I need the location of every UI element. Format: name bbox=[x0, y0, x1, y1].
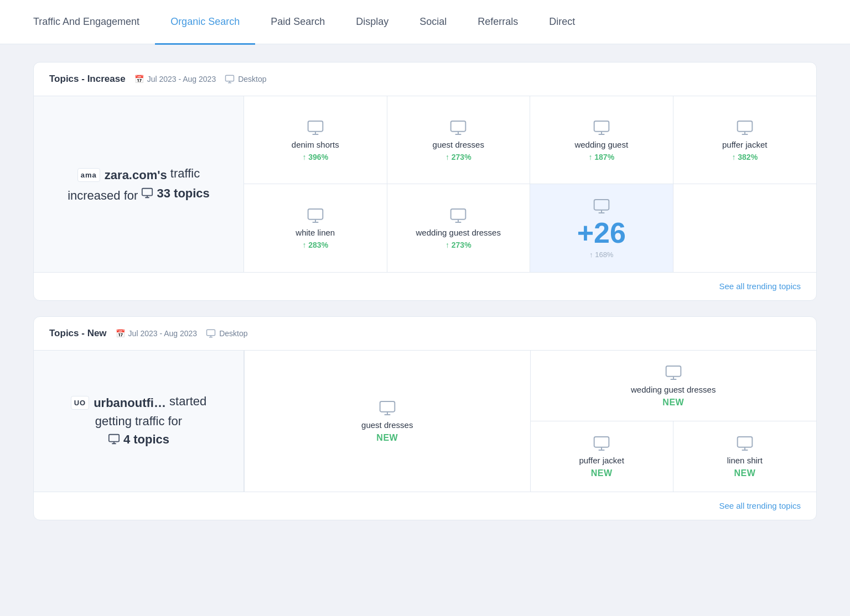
new-topics-right: wedding guest dresses NEW puffer jacket … bbox=[531, 351, 817, 492]
topic-name: guest dresses bbox=[361, 420, 413, 430]
topic-change: NEW bbox=[662, 398, 684, 408]
increase-card-footer: See all trending topics bbox=[34, 272, 816, 300]
svg-rect-5 bbox=[737, 121, 752, 132]
brand-logo-badge: ama bbox=[77, 168, 100, 182]
topic-name: wedding guest dresses bbox=[416, 228, 501, 237]
topics-increase-header: Topics - Increase 📅 Jul 2023 - Aug 2023 … bbox=[34, 62, 816, 96]
topic-cell-puffer-jacket[interactable]: puffer jacket ↑ 382% bbox=[673, 96, 817, 184]
topic-name: puffer jacket bbox=[579, 456, 624, 465]
topics-new-date: 📅 Jul 2023 - Aug 2023 bbox=[116, 329, 198, 338]
brand-statement-2: increased for bbox=[68, 188, 138, 202]
topic-change: NEW bbox=[376, 433, 398, 443]
topics-new-card: Topics - New 📅 Jul 2023 - Aug 2023 Deskt… bbox=[33, 316, 817, 520]
increase-see-all-link[interactable]: See all trending topics bbox=[719, 281, 801, 291]
topic-monitor-icon bbox=[449, 119, 467, 137]
main-content: Topics - Increase 📅 Jul 2023 - Aug 2023 … bbox=[0, 44, 850, 538]
topic-name: puffer jacket bbox=[722, 140, 767, 149]
topic-change: ↑ 396% bbox=[302, 153, 328, 161]
topic-monitor-icon bbox=[593, 197, 610, 215]
increase-left-panel: ama zara.com's traffic increased for 33 … bbox=[34, 96, 244, 272]
new-topics-grid: guest dresses NEW wedding guest dresses … bbox=[244, 351, 816, 492]
topic-count-icon bbox=[108, 433, 120, 445]
topic-change: NEW bbox=[591, 468, 613, 478]
increase-topics-grid: denim shorts ↑ 396% guest dresses ↑ 273%… bbox=[244, 96, 816, 272]
svg-rect-0 bbox=[226, 75, 234, 81]
topic-change: NEW bbox=[734, 468, 755, 478]
topics-increase-card: Topics - Increase 📅 Jul 2023 - Aug 2023 … bbox=[33, 62, 817, 301]
topic-change: ↑ 273% bbox=[445, 241, 471, 249]
new-brand-statement-1: started bbox=[169, 394, 206, 408]
topic-cell-wedding-guest[interactable]: wedding guest ↑ 187% bbox=[530, 96, 673, 184]
svg-rect-11 bbox=[380, 401, 395, 412]
tab-social[interactable]: Social bbox=[404, 1, 462, 45]
svg-rect-4 bbox=[594, 121, 609, 132]
topic-change: ↑ 187% bbox=[588, 153, 614, 161]
increase-topic-count: 33 topics bbox=[141, 184, 209, 202]
topic-monitor-icon bbox=[449, 207, 467, 225]
svg-rect-1 bbox=[142, 189, 152, 196]
plus-change: ↑ 168% bbox=[589, 250, 613, 259]
tab-paid-search[interactable]: Paid Search bbox=[255, 1, 340, 45]
new-topic-count: 4 topics bbox=[108, 430, 169, 448]
monitor-icon bbox=[225, 74, 235, 84]
topic-name: wedding guest dresses bbox=[631, 385, 716, 394]
increase-brand-statement: ama zara.com's traffic increased for 33 … bbox=[68, 164, 210, 205]
new-left-panel: UO urbanoutfi… started getting traffic f… bbox=[34, 351, 244, 492]
plus-count: +26 bbox=[577, 218, 626, 247]
topic-monitor-icon bbox=[736, 435, 754, 452]
topics-increase-title: Topics - Increase bbox=[49, 74, 126, 85]
brand-domain: zara.com's bbox=[105, 166, 167, 184]
svg-rect-2 bbox=[308, 121, 323, 132]
topic-monitor-icon bbox=[307, 207, 324, 225]
svg-rect-9 bbox=[207, 330, 215, 336]
topic-change: ↑ 283% bbox=[302, 241, 328, 249]
topic-cell-denim-shorts[interactable]: denim shorts ↑ 396% bbox=[244, 96, 387, 184]
new-see-all-link[interactable]: See all trending topics bbox=[719, 501, 801, 510]
new-card-footer: See all trending topics bbox=[34, 492, 816, 520]
topics-new-body: UO urbanoutfi… started getting traffic f… bbox=[34, 351, 816, 492]
topic-monitor-icon bbox=[379, 399, 396, 417]
topic-name: white linen bbox=[296, 228, 335, 237]
svg-rect-14 bbox=[738, 437, 753, 447]
brand-statement-1: traffic bbox=[170, 166, 200, 180]
new-topic-cell-puffer-jacket[interactable]: puffer jacket NEW bbox=[531, 421, 673, 492]
new-brand-statement-2: getting traffic for bbox=[95, 414, 182, 428]
new-brand-logo-badge: UO bbox=[71, 396, 90, 410]
topic-name: guest dresses bbox=[433, 140, 484, 149]
topics-new-title: Topics - New bbox=[49, 328, 107, 339]
new-topic-cell-guest-dresses[interactable]: guest dresses NEW bbox=[245, 351, 531, 492]
topics-new-device: Desktop bbox=[206, 328, 247, 338]
topics-increase-body: ama zara.com's traffic increased for 33 … bbox=[34, 96, 816, 272]
svg-rect-8 bbox=[594, 200, 609, 210]
topic-cell-white-linen[interactable]: white linen ↑ 283% bbox=[244, 184, 387, 272]
new-topic-cell-wedding-guest-dresses[interactable]: wedding guest dresses NEW bbox=[531, 351, 817, 421]
topic-name: linen shirt bbox=[727, 456, 763, 465]
calendar-icon: 📅 bbox=[134, 75, 144, 83]
tab-organic-search[interactable]: Organic Search bbox=[155, 1, 255, 45]
tab-referrals[interactable]: Referrals bbox=[462, 1, 533, 45]
monitor-icon bbox=[206, 328, 216, 338]
topic-name: wedding guest bbox=[574, 140, 628, 149]
topic-change: ↑ 273% bbox=[445, 153, 471, 161]
topics-increase-date: 📅 Jul 2023 - Aug 2023 bbox=[134, 75, 216, 83]
tab-traffic-engagement[interactable]: Traffic And Engagement bbox=[33, 1, 155, 45]
topic-monitor-icon bbox=[665, 364, 682, 382]
svg-rect-13 bbox=[594, 437, 609, 447]
new-topic-cell-linen-shirt[interactable]: linen shirt NEW bbox=[673, 421, 816, 492]
topic-cell-plus[interactable]: +26 ↑ 168% bbox=[530, 184, 673, 272]
tab-display[interactable]: Display bbox=[340, 1, 404, 45]
tab-direct[interactable]: Direct bbox=[533, 1, 590, 45]
svg-rect-3 bbox=[451, 121, 466, 132]
svg-rect-6 bbox=[308, 209, 323, 220]
topic-count-icon bbox=[141, 187, 153, 199]
svg-rect-12 bbox=[666, 366, 681, 377]
topic-cell-guest-dresses[interactable]: guest dresses ↑ 273% bbox=[387, 96, 531, 184]
topic-monitor-icon bbox=[593, 119, 610, 137]
topic-monitor-icon bbox=[307, 119, 324, 137]
new-brand-domain: urbanoutfi… bbox=[94, 394, 166, 412]
topic-name: denim shorts bbox=[292, 140, 339, 149]
calendar-icon: 📅 bbox=[116, 329, 125, 338]
topic-cell-wedding-guest-dresses[interactable]: wedding guest dresses ↑ 273% bbox=[387, 184, 531, 272]
new-topics-bottom-row: puffer jacket NEW linen shirt NEW bbox=[531, 421, 817, 492]
topics-increase-device: Desktop bbox=[225, 74, 266, 84]
